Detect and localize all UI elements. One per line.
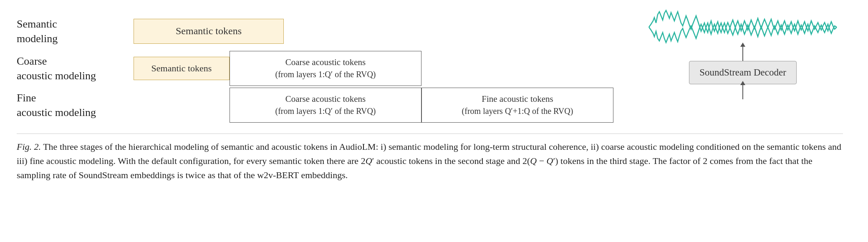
coarse-acoustic-token-box: Coarse acoustic tokens(from layers 1:Q′ … bbox=[230, 51, 421, 86]
stage-content-fine: Coarse acoustic tokens(from layers 1:Q′ … bbox=[134, 88, 851, 123]
caption-label: Fig. 2. bbox=[17, 141, 41, 152]
stage-label-fine: Fine acoustic modeling bbox=[17, 91, 134, 120]
caption-area: Fig. 2. The three stages of the hierarch… bbox=[17, 134, 843, 182]
stage-row-semantic: Semantic modeling Semantic tokens SoundS… bbox=[17, 13, 851, 50]
stage-label-coarse: Coarse acoustic modeling bbox=[17, 54, 134, 83]
stage-content-coarse: Semantic tokens Coarse acoustic tokens(f… bbox=[134, 51, 851, 86]
diagram-area: Semantic modeling Semantic tokens SoundS… bbox=[17, 13, 851, 124]
stage-label-semantic: Semantic modeling bbox=[17, 17, 134, 46]
fine-acoustic-token-box: Fine acoustic tokens(from layers Q′+1:Q … bbox=[421, 88, 613, 123]
semantic-token-box-1: Semantic tokens bbox=[134, 19, 284, 44]
stage-row-coarse: Coarse acoustic modeling Semantic tokens… bbox=[17, 50, 851, 87]
waveform-svg bbox=[647, 8, 839, 46]
coarse-semantic-token-box: Semantic tokens bbox=[134, 57, 230, 81]
caption-text: The three stages of the hierarchical mod… bbox=[17, 141, 841, 180]
fine-coarse-token-box: Coarse acoustic tokens(from layers 1:Q′ … bbox=[230, 88, 421, 123]
stage-row-fine: Fine acoustic modeling Coarse acoustic t… bbox=[17, 87, 851, 124]
